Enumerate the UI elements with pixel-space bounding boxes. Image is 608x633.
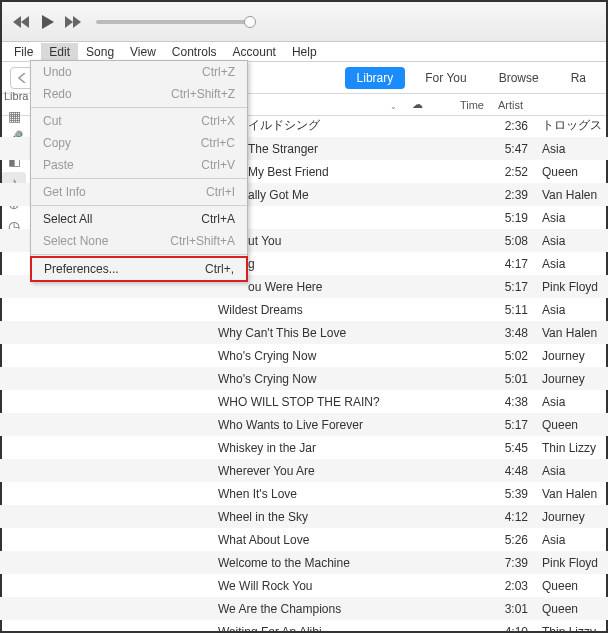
song-artist: Journey <box>538 372 608 386</box>
menu-select-all[interactable]: Select AllCtrl+A <box>31 208 247 230</box>
song-time: 2:36 <box>472 119 538 133</box>
song-name: ut You <box>248 234 472 248</box>
song-artist: Thin Lizzy <box>538 441 608 455</box>
song-row[interactable]: We Will Rock You2:03Queen <box>0 574 608 597</box>
song-time: 5:02 <box>472 349 538 363</box>
song-row[interactable]: Whiskey in the Jar5:45Thin Lizzy <box>0 436 608 459</box>
song-time: 4:10 <box>472 625 538 634</box>
tab-radio[interactable]: Ra <box>559 67 598 89</box>
song-artist: Asia <box>538 395 608 409</box>
volume-slider[interactable] <box>96 20 256 24</box>
song-time: 5:39 <box>472 487 538 501</box>
song-artist: Van Halen <box>538 487 608 501</box>
song-row[interactable]: When It's Love5:39Van Halen <box>0 482 608 505</box>
menu-redo[interactable]: RedoCtrl+Shift+Z <box>31 83 247 105</box>
song-name: Who Wants to Live Forever <box>218 418 472 432</box>
menu-bar: File Edit Song View Controls Account Hel… <box>2 42 606 62</box>
song-name: Who's Crying Now <box>218 349 472 363</box>
menu-help[interactable]: Help <box>284 43 325 61</box>
menu-file[interactable]: File <box>6 43 41 61</box>
song-name: Waiting For An Alibi <box>218 625 472 634</box>
tab-browse[interactable]: Browse <box>487 67 551 89</box>
tab-library[interactable]: Library <box>345 67 406 89</box>
song-artist: Pink Floyd <box>538 280 608 294</box>
song-time: 4:38 <box>472 395 538 409</box>
menu-copy[interactable]: CopyCtrl+C <box>31 132 247 154</box>
song-name: We Are the Champions <box>218 602 472 616</box>
song-name: イルドシング <box>248 117 472 134</box>
song-name: WHO WILL STOP THE RAIN? <box>218 395 472 409</box>
song-time: 2:39 <box>472 188 538 202</box>
col-time[interactable]: Time <box>432 99 492 111</box>
song-name: What About Love <box>218 533 472 547</box>
menu-controls[interactable]: Controls <box>164 43 225 61</box>
song-time: 5:08 <box>472 234 538 248</box>
song-artist: Asia <box>538 533 608 547</box>
song-row[interactable]: We Are the Champions3:01Queen <box>0 597 608 620</box>
song-time: 4:48 <box>472 464 538 478</box>
song-row[interactable]: Wildest Dreams5:11Asia <box>0 298 608 321</box>
song-artist: Thin Lizzy <box>538 625 608 634</box>
song-name: ou Were Here <box>248 280 472 294</box>
song-row[interactable]: Welcome to the Machine7:39Pink Floyd <box>0 551 608 574</box>
prev-icon[interactable] <box>10 11 32 33</box>
col-artist[interactable]: Artist <box>492 99 606 111</box>
tab-for-you[interactable]: For You <box>413 67 478 89</box>
menu-undo[interactable]: UndoCtrl+Z <box>31 61 247 83</box>
song-time: 5:19 <box>472 211 538 225</box>
menu-song[interactable]: Song <box>78 43 122 61</box>
song-time: 7:39 <box>472 556 538 570</box>
song-row[interactable]: What About Love5:26Asia <box>0 528 608 551</box>
song-row[interactable]: Wherever You Are4:48Asia <box>0 459 608 482</box>
song-name: Why Can't This Be Love <box>218 326 472 340</box>
menu-cut[interactable]: CutCtrl+X <box>31 110 247 132</box>
player-bar <box>2 2 606 42</box>
song-time: 5:17 <box>472 280 538 294</box>
song-time: 5:17 <box>472 418 538 432</box>
song-artist: Van Halen <box>538 188 608 202</box>
separator <box>31 178 247 179</box>
song-artist: Journey <box>538 349 608 363</box>
song-time: 3:01 <box>472 602 538 616</box>
song-row[interactable]: Waiting For An Alibi4:10Thin Lizzy <box>0 620 608 633</box>
song-time: 4:12 <box>472 510 538 524</box>
song-artist: Queen <box>538 418 608 432</box>
menu-select-none[interactable]: Select NoneCtrl+Shift+A <box>31 230 247 252</box>
edit-dropdown: UndoCtrl+Z RedoCtrl+Shift+Z CutCtrl+X Co… <box>30 60 248 282</box>
volume-knob[interactable] <box>244 16 256 28</box>
song-time: 5:45 <box>472 441 538 455</box>
menu-account[interactable]: Account <box>225 43 284 61</box>
song-time: 2:03 <box>472 579 538 593</box>
song-row[interactable]: Who's Crying Now5:02Journey <box>0 344 608 367</box>
song-time: 3:48 <box>472 326 538 340</box>
menu-paste[interactable]: PasteCtrl+V <box>31 154 247 176</box>
song-row[interactable]: Who's Crying Now5:01Journey <box>0 367 608 390</box>
song-row[interactable]: Who Wants to Live Forever5:17Queen <box>0 413 608 436</box>
song-artist: Queen <box>538 602 608 616</box>
song-row[interactable]: WHO WILL STOP THE RAIN?4:38Asia <box>0 390 608 413</box>
next-icon[interactable] <box>62 11 84 33</box>
menu-get-info[interactable]: Get InfoCtrl+I <box>31 181 247 203</box>
menu-view[interactable]: View <box>122 43 164 61</box>
song-artist: Asia <box>538 211 608 225</box>
song-row[interactable]: Why Can't This Be Love3:48Van Halen <box>0 321 608 344</box>
song-time: 4:17 <box>472 257 538 271</box>
song-artist: Pink Floyd <box>538 556 608 570</box>
song-time: 5:26 <box>472 533 538 547</box>
song-row[interactable]: Wheel in the Sky4:12Journey <box>0 505 608 528</box>
separator <box>31 254 247 255</box>
song-time: 5:11 <box>472 303 538 317</box>
song-name: We Will Rock You <box>218 579 472 593</box>
play-icon[interactable] <box>36 11 58 33</box>
song-name: ally Got Me <box>248 188 472 202</box>
col-cloud[interactable]: ☁ <box>402 98 432 111</box>
menu-preferences[interactable]: Preferences...Ctrl+, <box>30 256 248 282</box>
song-artist: Asia <box>538 464 608 478</box>
song-time: 5:01 <box>472 372 538 386</box>
separator <box>31 107 247 108</box>
sort-caret-icon: ⌄ <box>390 102 397 111</box>
song-artist: Van Halen <box>538 326 608 340</box>
menu-edit[interactable]: Edit <box>41 43 78 61</box>
song-name: Wherever You Are <box>218 464 472 478</box>
song-name: When It's Love <box>218 487 472 501</box>
